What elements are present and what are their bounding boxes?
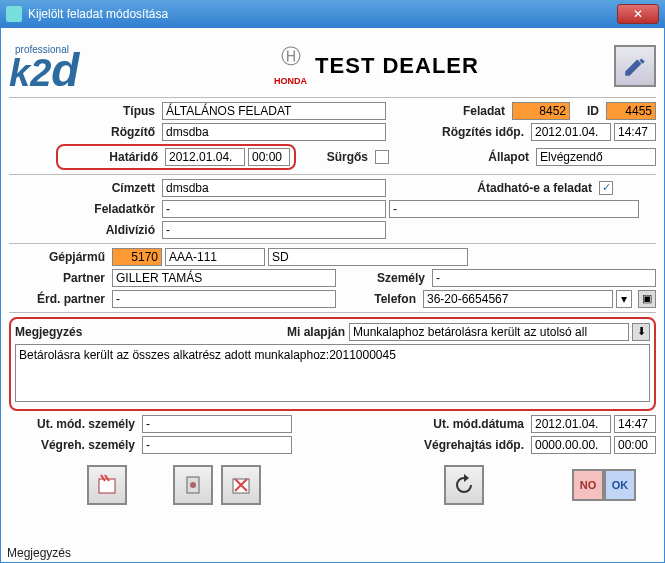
field-partner[interactable]: GILLER TAMÁS	[112, 269, 336, 287]
field-allapot[interactable]: Elvégzendő	[536, 148, 656, 166]
telefon-action[interactable]: ▣	[638, 290, 656, 308]
label-megjegyzes: Megjegyzés	[15, 325, 105, 339]
checkbox-surgos[interactable]	[375, 150, 389, 164]
brand-logo: Ⓗ HONDA	[274, 43, 307, 88]
header: professional k2d Ⓗ HONDA TEST DEALER	[9, 34, 656, 98]
field-feladatkor2[interactable]: -	[389, 200, 639, 218]
label-partner: Partner	[9, 271, 109, 285]
field-hatar-date[interactable]: 2012.01.04.	[165, 148, 245, 166]
field-vegreh-date[interactable]: 0000.00.00.	[531, 436, 611, 454]
label-vegreh-idop: Végrehajtás időp.	[398, 438, 528, 452]
title-bar: Kijelölt feladat módosítása ✕	[0, 0, 665, 28]
label-surgos: Sürgős	[322, 150, 372, 164]
refresh-button[interactable]	[444, 465, 484, 505]
field-rogzito[interactable]: dmsdba	[162, 123, 386, 141]
field-rogz-date[interactable]: 2012.01.04.	[531, 123, 611, 141]
mi-alapjan-action[interactable]: ⬇	[632, 323, 650, 341]
field-mi-alapjan[interactable]: Munkalaphoz betárolásra került az utolsó…	[349, 323, 629, 341]
svg-rect-0	[99, 479, 115, 493]
field-ut-mod-time[interactable]: 14:47	[614, 415, 656, 433]
no-button[interactable]: NO	[572, 469, 604, 501]
ok-button[interactable]: OK	[604, 469, 636, 501]
field-erd-partner[interactable]: -	[112, 290, 336, 308]
button-bar: NO OK	[9, 457, 656, 509]
close-button[interactable]: ✕	[617, 4, 659, 24]
app-logo: professional k2d	[9, 44, 139, 88]
app-icon	[6, 6, 22, 22]
dealer-name: TEST DEALER	[315, 53, 479, 79]
label-athadhato: Átadható-e a feladat	[456, 181, 596, 195]
checkbox-athadhato[interactable]	[599, 181, 613, 195]
label-feladat: Feladat	[449, 104, 509, 118]
notes-textarea[interactable]	[15, 344, 650, 402]
status-bar: Megjegyzés	[7, 546, 71, 560]
field-gepjarmu-extra[interactable]: SD	[268, 248, 468, 266]
field-ut-mod-date[interactable]: 2012.01.04.	[531, 415, 611, 433]
field-tipus[interactable]: ÁLTALÁNOS FELADAT	[162, 102, 386, 120]
label-cimzett: Címzett	[9, 181, 159, 195]
label-hatarido: Határidő	[62, 150, 162, 164]
svg-point-2	[190, 482, 196, 488]
label-ut-mod-datuma: Ut. mód.dátuma	[418, 417, 528, 431]
field-rogz-time[interactable]: 14:47	[614, 123, 656, 141]
edit-button[interactable]	[614, 45, 656, 87]
label-telefon: Telefon	[360, 292, 420, 306]
field-ut-mod-szemely[interactable]: -	[142, 415, 292, 433]
field-telefon[interactable]: 36-20-6654567	[423, 290, 613, 308]
action-button-3[interactable]	[221, 465, 261, 505]
field-feladat-id[interactable]: 8452	[512, 102, 570, 120]
notes-section: Megjegyzés Mi alapján Munkalaphoz betáro…	[9, 317, 656, 411]
field-aldivizio[interactable]: -	[162, 221, 386, 239]
field-hatar-time[interactable]: 00:00	[248, 148, 290, 166]
label-aldivizio: Aldivízió	[9, 223, 159, 237]
label-allapot: Állapot	[473, 150, 533, 164]
label-rogzito: Rögzítő	[9, 125, 159, 139]
label-feladatkor: Feladatkör	[9, 202, 159, 216]
field-vegreh-szemely[interactable]: -	[142, 436, 292, 454]
label-rogz-idop: Rögzítés időp.	[430, 125, 528, 139]
window-title: Kijelölt feladat módosítása	[28, 7, 617, 21]
action-button-1[interactable]	[87, 465, 127, 505]
field-feladatkor1[interactable]: -	[162, 200, 386, 218]
field-szemely[interactable]: -	[432, 269, 656, 287]
field-id[interactable]: 4455	[606, 102, 656, 120]
field-vegreh-time[interactable]: 00:00	[614, 436, 656, 454]
field-gepjarmu-id[interactable]: 5170	[112, 248, 162, 266]
label-mi-alapjan: Mi alapján	[279, 325, 349, 339]
label-id: ID	[573, 104, 603, 118]
telefon-dropdown[interactable]: ▾	[616, 290, 632, 308]
field-cimzett[interactable]: dmsdba	[162, 179, 386, 197]
label-tipus: Típus	[9, 104, 159, 118]
action-button-2[interactable]	[173, 465, 213, 505]
label-gepjarmu: Gépjármű	[9, 250, 109, 264]
deadline-highlight: Határidő 2012.01.04. 00:00	[56, 144, 296, 170]
field-gepjarmu-plate[interactable]: AAA-111	[165, 248, 265, 266]
label-erd-partner: Érd. partner	[9, 292, 109, 306]
label-szemely: Személy	[369, 271, 429, 285]
label-vegreh-szemely: Végreh. személy	[9, 438, 139, 452]
label-ut-mod-szemely: Ut. mód. személy	[9, 417, 139, 431]
